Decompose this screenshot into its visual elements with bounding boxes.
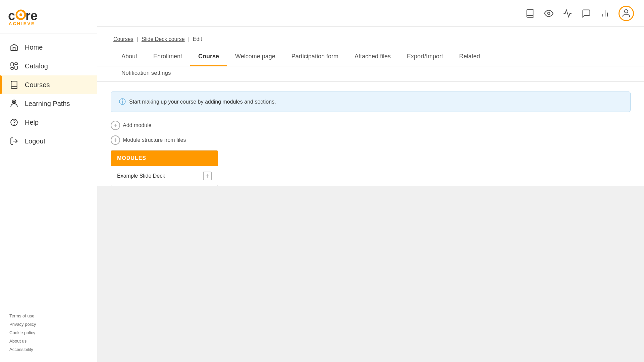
sidebar-item-label-catalog: Catalog xyxy=(25,62,48,70)
logo-area: c re ACHIEVE xyxy=(0,0,97,34)
svg-rect-6 xyxy=(15,63,17,64)
logout-icon xyxy=(9,136,19,146)
tab-related[interactable]: Related xyxy=(451,49,488,66)
tab-export-import[interactable]: Export/Import xyxy=(399,49,451,66)
topbar xyxy=(97,0,644,27)
catalog-icon xyxy=(9,61,19,71)
comment-icon[interactable] xyxy=(581,8,592,19)
chart-line-icon[interactable] xyxy=(562,8,573,19)
sidebar: c re ACHIEVE Home xyxy=(0,0,97,362)
svg-text:c: c xyxy=(8,9,15,23)
tab-about[interactable]: About xyxy=(113,49,145,66)
module-header: MODULES xyxy=(111,150,218,166)
tab-welcome-page[interactable]: Welcome page xyxy=(227,49,283,66)
add-module-icon: + xyxy=(111,121,120,130)
svg-point-2 xyxy=(19,13,22,16)
module-area: + Add module + Module structure from fil… xyxy=(111,118,631,186)
tab-attached-files[interactable]: Attached files xyxy=(346,49,399,66)
breadcrumb-courses[interactable]: Courses xyxy=(113,36,133,42)
sidebar-item-home[interactable]: Home xyxy=(0,38,97,57)
tab-course[interactable]: Course xyxy=(190,49,227,66)
sidebar-item-catalog[interactable]: Catalog xyxy=(0,57,97,75)
content-card: Courses | Slide Deck course | Edit About… xyxy=(97,27,644,186)
svg-rect-7 xyxy=(15,66,17,69)
sidebar-item-label-help: Help xyxy=(25,119,39,126)
svg-rect-5 xyxy=(11,63,13,66)
banner-message: Start making up your course by adding mo… xyxy=(129,99,276,105)
book-icon[interactable] xyxy=(525,8,535,19)
topbar-icons xyxy=(525,6,634,21)
tab-enrollment[interactable]: Enrollment xyxy=(145,49,190,66)
svg-point-17 xyxy=(625,9,628,13)
page-content: Courses | Slide Deck course | Edit About… xyxy=(97,27,644,362)
sidebar-item-learning-paths[interactable]: Learning Paths xyxy=(0,94,97,113)
info-banner: ⓘ Start making up your course by adding … xyxy=(111,92,631,112)
module-item-add-button[interactable]: + xyxy=(203,172,212,180)
logo: c re ACHIEVE xyxy=(8,6,62,26)
user-avatar[interactable] xyxy=(619,6,634,21)
sidebar-item-label-logout: Logout xyxy=(25,137,45,145)
tab-notification-settings[interactable]: Notification settings xyxy=(113,66,179,82)
breadcrumb: Courses | Slide Deck course | Edit xyxy=(97,27,644,42)
main-content: Courses | Slide Deck course | Edit About… xyxy=(97,0,644,362)
module-structure-label: Module structure from files xyxy=(123,137,186,143)
sidebar-item-label-learning-paths: Learning Paths xyxy=(25,100,70,108)
footer-links: Terms of use Privacy policy Cookie polic… xyxy=(0,307,97,362)
bar-chart-icon[interactable] xyxy=(600,8,610,19)
about-us-link[interactable]: About us xyxy=(9,339,88,344)
add-module-label: Add module xyxy=(123,122,151,128)
svg-point-11 xyxy=(14,124,14,124)
breadcrumb-sep1: | xyxy=(137,36,138,42)
cookie-policy-link[interactable]: Cookie policy xyxy=(9,330,88,335)
sidebar-item-label-home: Home xyxy=(25,44,43,51)
svg-point-9 xyxy=(13,101,15,102)
breadcrumb-slide-deck[interactable]: Slide Deck course xyxy=(142,36,185,42)
accessibility-link[interactable]: Accessibility xyxy=(9,347,88,352)
help-icon xyxy=(9,118,19,127)
sidebar-item-help[interactable]: Help xyxy=(0,113,97,132)
sidebar-item-courses[interactable]: Courses xyxy=(0,75,97,94)
learning-paths-icon xyxy=(9,99,19,108)
module-item: Example Slide Deck + xyxy=(111,166,218,186)
courses-icon xyxy=(9,80,19,89)
add-module-button[interactable]: + Add module xyxy=(111,118,151,133)
tabs-row2: Notification settings xyxy=(97,66,644,82)
nav-list: Home Catalog Courses xyxy=(0,34,97,307)
svg-rect-8 xyxy=(11,67,13,69)
module-structure-icon: + xyxy=(111,135,120,145)
module-card: MODULES Example Slide Deck + xyxy=(111,150,218,186)
sidebar-item-label-courses: Courses xyxy=(25,81,50,89)
module-item-label: Example Slide Deck xyxy=(117,173,165,179)
eye-icon[interactable] xyxy=(543,8,554,19)
sidebar-item-logout[interactable]: Logout xyxy=(0,132,97,150)
svg-text:ACHIEVE: ACHIEVE xyxy=(9,21,35,26)
privacy-policy-link[interactable]: Privacy policy xyxy=(9,322,88,327)
home-icon xyxy=(9,43,19,52)
svg-point-13 xyxy=(548,12,550,14)
breadcrumb-sep2: | xyxy=(188,36,190,42)
info-icon: ⓘ xyxy=(119,97,126,106)
svg-text:re: re xyxy=(25,9,38,23)
terms-of-use-link[interactable]: Terms of use xyxy=(9,313,88,318)
module-structure-button[interactable]: + Module structure from files xyxy=(111,133,186,147)
tab-participation-form[interactable]: Participation form xyxy=(283,49,346,66)
breadcrumb-current: Edit xyxy=(193,36,202,42)
tabs-row1: About Enrollment Course Welcome page Par… xyxy=(97,42,644,66)
